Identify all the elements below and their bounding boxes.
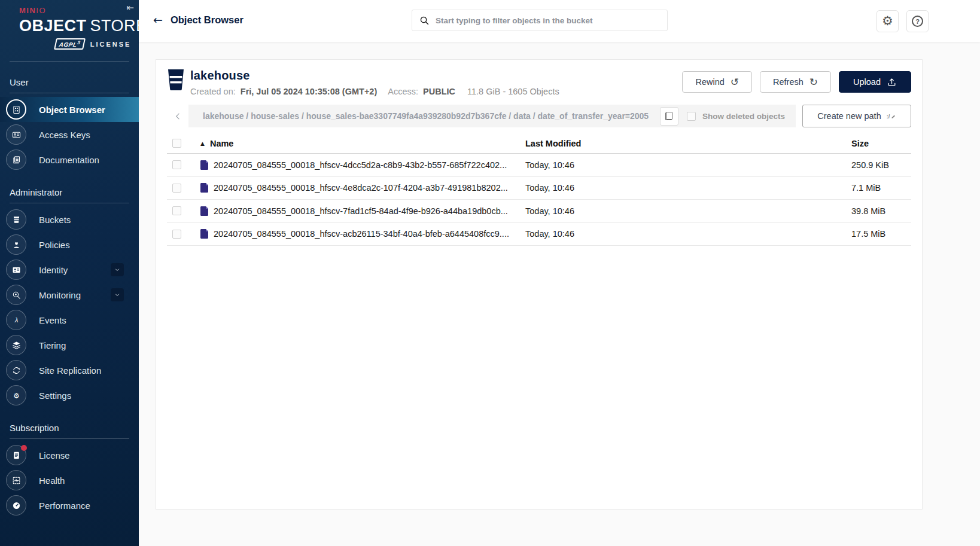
sidebar-nav: UserObject BrowserAccess KeysDocumentati… <box>0 62 139 518</box>
column-header-name[interactable]: ▲ Name <box>200 139 525 148</box>
page-title: Object Browser <box>171 14 244 26</box>
sidebar-item-settings[interactable]: ⚙Settings <box>0 383 139 408</box>
sidebar-collapse-icon[interactable]: ⇤ <box>126 2 134 13</box>
policies-icon <box>6 234 26 255</box>
product-name: OBJECTSTORE <box>19 17 139 35</box>
object-size: 39.8 MiB <box>851 206 911 216</box>
sidebar-item-label: Monitoring <box>39 290 81 300</box>
documentation-icon <box>6 150 26 170</box>
show-deleted-label: Show deleted objects <box>702 112 785 121</box>
sidebar-item-label: Site Replication <box>39 365 101 376</box>
health-icon <box>6 470 26 490</box>
sidebar-item-buckets[interactable]: Buckets <box>0 207 139 232</box>
created-label: Created on: <box>190 87 236 96</box>
access-value[interactable]: PUBLIC <box>423 87 455 96</box>
sidebar-item-label: Buckets <box>39 215 71 225</box>
search-input[interactable] <box>436 16 660 25</box>
search-icon <box>419 16 430 26</box>
file-icon <box>200 160 208 170</box>
object-last-modified: Today, 10:46 <box>525 160 851 170</box>
access-keys-icon <box>6 124 26 145</box>
breadcrumb-back-button[interactable] <box>167 105 188 127</box>
create-path-icon: :/ <box>886 111 896 121</box>
rewind-button[interactable]: Rewind ↺ <box>682 71 752 93</box>
notification-dot <box>21 445 27 451</box>
show-deleted-toggle[interactable]: Show deleted objects <box>687 112 785 121</box>
sidebar-item-object-browser[interactable]: Object Browser <box>0 97 139 122</box>
sidebar-section-label: User <box>0 62 139 93</box>
object-last-modified: Today, 10:46 <box>525 206 851 216</box>
bucket-actions: Rewind ↺ Refresh ↻ Upload <box>682 71 911 93</box>
app-window: ⇤ MINIO OBJECTSTORE AGPL3 LICENSE UserOb… <box>0 0 980 546</box>
help-button[interactable]: ? <box>906 10 929 32</box>
sidebar-item-identity[interactable]: Identity <box>0 257 139 282</box>
row-checkbox[interactable] <box>172 184 181 193</box>
sidebar-section-divider <box>10 93 129 93</box>
help-icon: ? <box>912 16 923 27</box>
sidebar-item-events[interactable]: λEvents <box>0 307 139 333</box>
row-checkbox[interactable] <box>172 230 181 239</box>
sidebar: ⇤ MINIO OBJECTSTORE AGPL3 LICENSE UserOb… <box>0 0 139 546</box>
object-name[interactable]: 20240705_084555_00018_hfscv-4e8dca2c-107… <box>214 183 508 193</box>
sidebar-item-license[interactable]: License <box>0 443 139 468</box>
chevron-down-icon[interactable] <box>111 263 124 276</box>
object-size: 7.1 MiB <box>851 183 911 193</box>
sidebar-item-monitoring[interactable]: Monitoring <box>0 282 139 307</box>
row-checkbox[interactable] <box>172 206 181 215</box>
chevron-down-icon[interactable] <box>111 288 124 301</box>
sidebar-section-divider <box>10 438 129 439</box>
sidebar-item-label: Access Keys <box>39 130 90 140</box>
sidebar-item-tiering[interactable]: Tiering <box>0 333 139 358</box>
create-new-path-button[interactable]: Create new path :/ <box>802 105 911 127</box>
upload-icon <box>887 77 897 87</box>
sidebar-item-access-keys[interactable]: Access Keys <box>0 122 139 147</box>
table-row[interactable]: 20240705_084555_00018_hfscv-7fad1cf5-84a… <box>167 200 911 223</box>
sidebar-item-label: Policies <box>39 240 70 250</box>
back-arrow-icon[interactable]: ← <box>153 13 163 26</box>
top-actions: ⚙ ? <box>876 10 929 32</box>
rewind-icon: ↺ <box>731 76 739 88</box>
svg-text:λ: λ <box>14 316 18 324</box>
settings-gear-button[interactable]: ⚙ <box>876 10 899 32</box>
sidebar-item-label: Object Browser <box>39 105 105 115</box>
main-area: ← Object Browser ⚙ ? lakehouse <box>139 0 980 546</box>
column-header-size[interactable]: Size <box>851 139 911 148</box>
sidebar-item-site-replication[interactable]: Site Replication <box>0 358 139 383</box>
table-row[interactable]: 20240705_084555_00018_hfscv-acb26115-34b… <box>167 223 911 246</box>
sidebar-item-documentation[interactable]: Documentation <box>0 147 139 172</box>
bucket-info: lakehouse Created on: Fri, Jul 05 2024 1… <box>190 69 559 96</box>
object-name[interactable]: 20240705_084555_00018_hfscv-7fad1cf5-84a… <box>214 206 508 216</box>
page-head: ← Object Browser <box>153 13 244 26</box>
file-icon <box>200 183 208 193</box>
sidebar-item-label: Events <box>39 315 66 325</box>
sidebar-item-policies[interactable]: Policies <box>0 232 139 257</box>
object-name[interactable]: 20240705_084555_00018_hfscv-4dcc5d2a-c8b… <box>214 160 507 170</box>
breadcrumb[interactable]: lakehouse / house-sales / house_sales-ba… <box>188 111 660 121</box>
monitoring-icon <box>6 285 26 305</box>
copy-icon <box>665 112 672 120</box>
row-checkbox[interactable] <box>172 160 181 169</box>
brand-name: MINIO <box>19 6 139 15</box>
license-label: LICENSE <box>90 41 132 48</box>
sidebar-section-label: Subscription <box>0 408 139 438</box>
table-row[interactable]: 20240705_084555_00018_hfscv-4e8dca2c-107… <box>167 177 911 200</box>
select-all-checkbox[interactable] <box>172 139 181 148</box>
sidebar-item-health[interactable]: Health <box>0 468 139 493</box>
minio-logo: MINIO OBJECTSTORE AGPL3 LICENSE <box>0 0 139 50</box>
copy-path-button[interactable] <box>660 107 678 126</box>
refresh-button[interactable]: Refresh ↻ <box>760 71 831 93</box>
objects-table: ▲ Name Last Modified Size 20240705_08455… <box>167 133 911 246</box>
sidebar-item-performance[interactable]: Performance <box>0 493 139 518</box>
table-row[interactable]: 20240705_084555_00018_hfscv-4dcc5d2a-c8b… <box>167 154 911 177</box>
show-deleted-checkbox[interactable] <box>687 112 696 121</box>
object-name[interactable]: 20240705_084555_00018_hfscv-acb26115-34b… <box>214 229 509 239</box>
refresh-icon: ↻ <box>809 76 818 88</box>
object-filter-searchbar[interactable] <box>412 10 668 31</box>
buckets-icon <box>6 209 26 230</box>
column-header-modified[interactable]: Last Modified <box>525 139 851 148</box>
bucket-icon <box>167 69 185 93</box>
bucket-meta: Created on: Fri, Jul 05 2024 10:35:08 (G… <box>190 87 559 96</box>
upload-button[interactable]: Upload <box>839 71 911 93</box>
table-header-row: ▲ Name Last Modified Size <box>167 133 911 154</box>
file-icon <box>200 206 208 216</box>
